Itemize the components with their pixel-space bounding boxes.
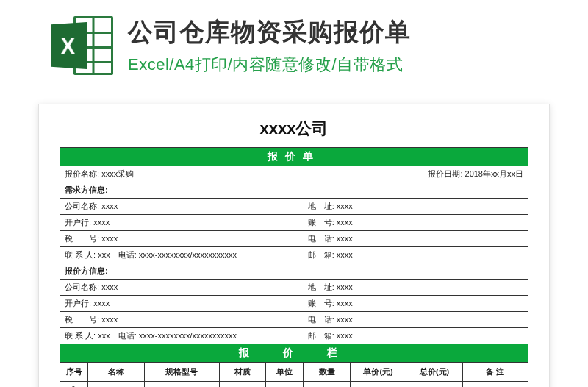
demand-contact-label: 联 系 人: (65, 249, 96, 260)
sheet-title-band: 报价单 (60, 148, 528, 166)
supply-bank-label: 开户行: (65, 298, 91, 309)
demand-address-label: 地 址: (308, 201, 334, 212)
col-unit: 单位 (266, 363, 304, 382)
demand-bank-value: xxxx (93, 218, 110, 227)
demand-section-head: 需求方信息: (60, 182, 528, 199)
demand-bank-row: 开户行: xxxx 账 号: xxxx (60, 215, 528, 231)
demand-contact-row: 联 系 人: xxx 电话: xxxx-xxxxxxxx/xxxxxxxxxxx… (60, 247, 528, 263)
demand-company-value: xxxx (101, 202, 118, 210)
col-no: 序号 (60, 363, 88, 382)
supply-address-label: 地 址: (308, 282, 334, 293)
supply-bank-value: xxxx (93, 299, 110, 308)
demand-tax-value: xxxx (101, 234, 118, 243)
col-spec: 规格型号 (144, 363, 219, 382)
col-remark: 备 注 (462, 363, 528, 382)
quote-date-label: 报价日期: (428, 168, 462, 180)
demand-account-value: xxxx (337, 218, 353, 227)
supply-tax-value: xxxx (101, 315, 118, 324)
demand-company-label: 公司名称: (65, 201, 99, 212)
demand-tax-label: 税 号: (65, 233, 99, 244)
demand-address-value: xxxx (337, 202, 353, 210)
demand-phone-value: xxxx (337, 234, 353, 243)
supply-address-value: xxxx (337, 283, 353, 291)
supply-section-head: 报价方信息: (60, 263, 528, 280)
quote-name-value: xxxx采购 (101, 168, 134, 180)
col-total: 总价(元) (406, 363, 462, 382)
row-no: 1 (60, 382, 88, 388)
supply-account-label: 账 号: (308, 298, 334, 309)
document-preview: xxxx公司 报价单 报价名称: xxxx采购 报价日期: 2018年xx月xx… (38, 104, 550, 387)
supply-contact-label: 联 系 人: (65, 330, 96, 341)
demand-mail-label: 邮 箱: (308, 249, 334, 260)
excel-icon: X (46, 12, 113, 79)
demand-contact-value: xxx (98, 250, 110, 259)
demand-mail-value: xxxx (337, 250, 353, 259)
main-title: 公司仓库物资采购报价单 (128, 15, 566, 49)
supply-phone-value: xxxx (337, 315, 353, 324)
doc-company-title: xxxx公司 (60, 118, 528, 140)
demand-tax-row: 税 号: xxxx 电 话: xxxx (60, 231, 528, 247)
supply-tax-row: 税 号: xxxx 电 话: xxxx (60, 312, 528, 328)
demand-phone-detail: xxxx-xxxxxxxx/xxxxxxxxxxx (139, 250, 237, 259)
col-price: 单价(元) (350, 363, 406, 382)
supply-phone-inline-label: 电话: (118, 330, 137, 341)
table-row: 1 (60, 382, 528, 388)
demand-company-row: 公司名称: xxxx 地 址: xxxx (60, 199, 528, 215)
col-name: 名称 (88, 363, 144, 382)
excel-icon-letter: X (51, 22, 87, 69)
col-material: 材质 (219, 363, 266, 382)
supply-mail-value: xxxx (337, 331, 353, 340)
supply-company-label: 公司名称: (65, 282, 99, 293)
column-header-row: 序号 名称 规格型号 材质 单位 数量 单价(元) 总价(元) 备 注 (60, 363, 528, 382)
quote-name-label: 报价名称: (65, 168, 99, 180)
supply-contact-value: xxx (98, 331, 110, 340)
quote-date-value: 2018年xx月xx日 (465, 168, 523, 180)
supply-tax-label: 税 号: (65, 314, 99, 325)
supply-company-value: xxxx (101, 283, 118, 291)
supply-mail-label: 邮 箱: (308, 330, 334, 341)
supply-company-row: 公司名称: xxxx 地 址: xxxx (60, 280, 528, 296)
price-section-band: 报 价 栏 (60, 344, 528, 363)
doc-wrapper: xxxx公司 报价单 报价名称: xxxx采购 报价日期: 2018年xx月xx… (0, 93, 588, 387)
demand-phone-inline-label: 电话: (118, 249, 137, 260)
demand-phone-label: 电 话: (308, 233, 334, 244)
supply-phone-detail: xxxx-xxxxxxxx/xxxxxxxxxxx (139, 331, 237, 340)
demand-account-label: 账 号: (308, 217, 334, 228)
supply-phone-label: 电 话: (308, 314, 334, 325)
quote-meta-row: 报价名称: xxxx采购 报价日期: 2018年xx月xx日 (60, 166, 528, 182)
quotation-table: 报价单 报价名称: xxxx采购 报价日期: 2018年xx月xx日 需求方信息… (60, 147, 528, 387)
supply-account-value: xxxx (337, 299, 353, 308)
supply-bank-row: 开户行: xxxx 账 号: xxxx (60, 296, 528, 312)
sub-title: Excel/A4打印/内容随意修改/自带格式 (128, 54, 566, 76)
page-header: X 公司仓库物资采购报价单 Excel/A4打印/内容随意修改/自带格式 (0, 0, 588, 93)
col-qty: 数量 (304, 363, 351, 382)
demand-bank-label: 开户行: (65, 217, 91, 228)
supply-contact-row: 联 系 人: xxx 电话: xxxx-xxxxxxxx/xxxxxxxxxxx… (60, 328, 528, 344)
